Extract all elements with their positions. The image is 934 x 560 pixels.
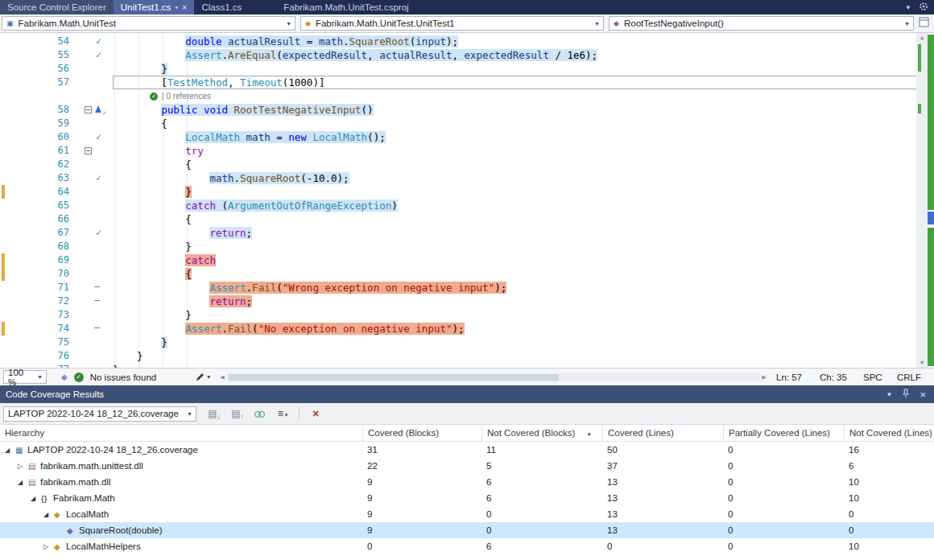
- split-editor-icon[interactable]: [919, 16, 929, 31]
- import-results-icon[interactable]: ▤↓: [205, 408, 220, 419]
- code-line[interactable]: 55✓ Assert.AreEqual(expectedResult, actu…: [0, 48, 934, 62]
- scroll-up-icon[interactable]: ▲: [916, 35, 928, 41]
- coverage-row[interactable]: ◆SquareRoot(double)901300: [0, 522, 934, 538]
- glyph-margin[interactable]: [72, 199, 113, 212]
- glyph-margin[interactable]: [72, 336, 113, 349]
- code-text[interactable]: }: [113, 336, 934, 349]
- expander-icon[interactable]: ◢: [18, 479, 28, 486]
- code-line[interactable]: 74— Assert.Fail("No exception on negativ…: [0, 322, 934, 336]
- configure-columns-icon[interactable]: ≡▾: [275, 408, 290, 419]
- code-line[interactable]: 72— return;: [0, 294, 934, 308]
- show-coloring-icon[interactable]: [252, 408, 267, 419]
- glyph-margin[interactable]: ✓: [72, 48, 113, 62]
- glyph-margin[interactable]: [72, 253, 113, 267]
- pin-icon[interactable]: [902, 389, 910, 400]
- glyph-margin[interactable]: −✓: [72, 103, 113, 117]
- glyph-margin[interactable]: —: [72, 322, 113, 336]
- coverage-row[interactable]: ◢▤fabrikam.math.dll9613010: [0, 474, 934, 490]
- code-text[interactable]: {: [113, 212, 934, 226]
- glyph-margin[interactable]: [72, 185, 113, 199]
- code-text[interactable]: Assert.Fail("Wrong exception on negative…: [113, 281, 934, 294]
- code-text[interactable]: ✓| 0 references: [113, 89, 934, 103]
- vertical-scrollbar[interactable]: ▲ ▼: [916, 33, 928, 368]
- column-header-hierarchy[interactable]: Hierarchy: [0, 425, 362, 441]
- issues-status[interactable]: No issues found: [90, 373, 156, 382]
- code-text[interactable]: }: [113, 363, 934, 368]
- horizontal-scrollbar[interactable]: ◀ ▶: [217, 373, 770, 381]
- code-line[interactable]: 73 }: [0, 308, 934, 322]
- hscroll-thumb[interactable]: [229, 374, 559, 381]
- glyph-margin[interactable]: [72, 76, 113, 89]
- code-text[interactable]: return;: [113, 294, 934, 308]
- glyph-margin[interactable]: —: [72, 294, 113, 308]
- glyph-margin[interactable]: ✓: [72, 35, 113, 48]
- column-header-covered-lines[interactable]: Covered (Lines): [602, 425, 723, 441]
- glyph-margin[interactable]: ✓: [72, 171, 113, 185]
- code-line[interactable]: 63✓ math.SquareRoot(-10.0);: [0, 171, 934, 185]
- code-line[interactable]: 76 }: [0, 349, 934, 363]
- code-text[interactable]: }: [113, 349, 934, 363]
- panel-title-bar[interactable]: Code Coverage Results ▼ ×: [0, 385, 934, 403]
- code-text[interactable]: double actualResult = math.SquareRoot(in…: [113, 35, 934, 48]
- tab-unittest1-cs[interactable]: UnitTest1.cs ● ×: [114, 0, 195, 14]
- code-line[interactable]: 75 }: [0, 336, 934, 349]
- glyph-margin[interactable]: [72, 89, 113, 103]
- code-line[interactable]: 67✓ return;: [0, 226, 934, 240]
- code-line[interactable]: 77}: [0, 363, 934, 368]
- expander-icon[interactable]: ▷: [18, 463, 28, 470]
- code-line[interactable]: 57 [TestMethod, Timeout(1000)]: [0, 76, 934, 89]
- code-text[interactable]: {: [113, 267, 934, 281]
- collapse-box-icon[interactable]: −: [85, 147, 92, 154]
- member-dropdown[interactable]: ◆ RootTestNegativeInput() ▾: [609, 16, 914, 31]
- coverage-row[interactable]: ▷◆LocalMathHelpers060010: [0, 538, 934, 554]
- glyph-margin[interactable]: ✓: [72, 226, 113, 240]
- scroll-left-icon[interactable]: ◀: [220, 374, 224, 381]
- code-line[interactable]: 64 }: [0, 185, 934, 199]
- glyph-margin[interactable]: [72, 308, 113, 322]
- code-text[interactable]: catch (ArgumentOutOfRangeException): [113, 199, 934, 212]
- code-text[interactable]: catch: [113, 253, 934, 267]
- glyph-margin[interactable]: [72, 158, 113, 171]
- zoom-dropdown[interactable]: 100 % ▾: [3, 370, 47, 384]
- glyph-margin[interactable]: [72, 117, 113, 130]
- column-header-partially-covered-lines[interactable]: Partially Covered (Lines): [723, 425, 844, 441]
- tab-csproj[interactable]: Fabrikam.Math.UnitTest.csproj: [276, 0, 415, 14]
- expander-icon[interactable]: ▷: [43, 543, 54, 550]
- code-line[interactable]: 59 {: [0, 117, 934, 130]
- close-icon[interactable]: ×: [182, 2, 187, 12]
- code-text[interactable]: Assert.AreEqual(expectedResult, actualRe…: [113, 48, 934, 62]
- code-text[interactable]: }: [113, 185, 934, 199]
- tab-overflow-icon[interactable]: ▼: [905, 4, 911, 11]
- project-dropdown[interactable]: ▣ Fabrikam.Math.UnitTest ▾: [2, 16, 295, 31]
- code-text[interactable]: }: [113, 62, 934, 76]
- column-header-not-covered-lines[interactable]: Not Covered (Lines): [844, 425, 934, 441]
- hscroll-track[interactable]: [227, 373, 760, 381]
- glyph-margin[interactable]: [72, 212, 113, 226]
- scroll-right-icon[interactable]: ▶: [762, 374, 767, 381]
- pen-icon[interactable]: ▾: [195, 373, 210, 382]
- code-line[interactable]: 71— Assert.Fail("Wrong exception on nega…: [0, 281, 934, 294]
- code-text[interactable]: {: [113, 117, 934, 130]
- glyph-margin[interactable]: [72, 349, 113, 363]
- code-line[interactable]: 60✓ LocalMath math = new LocalMath();: [0, 130, 934, 144]
- window-position-icon[interactable]: ▼: [886, 391, 892, 398]
- glyph-margin[interactable]: ✓: [72, 130, 113, 144]
- coverage-row[interactable]: ◢{}Fabrikam.Math9613010: [0, 490, 934, 506]
- scroll-down-icon[interactable]: ▼: [916, 360, 928, 366]
- collapse-box-icon[interactable]: −: [85, 106, 92, 113]
- code-text[interactable]: return;: [113, 226, 934, 240]
- code-text[interactable]: {: [113, 158, 934, 171]
- glyph-margin[interactable]: [72, 240, 113, 253]
- coverage-row[interactable]: ▷▤fabrikam.math.unittest.dll2253706: [0, 458, 934, 474]
- test-passed-icon[interactable]: ✓: [94, 105, 105, 115]
- code-text[interactable]: }: [113, 308, 934, 322]
- code-line[interactable]: 69 catch: [0, 253, 934, 267]
- tab-class1-cs[interactable]: Class1.cs: [194, 0, 249, 14]
- code-line[interactable]: 54✓ double actualResult = math.SquareRoo…: [0, 35, 934, 48]
- remove-coverage-icon[interactable]: ×: [308, 407, 323, 420]
- coverage-row[interactable]: ◢◆LocalMath901300: [0, 506, 934, 522]
- code-text[interactable]: math.SquareRoot(-10.0);: [113, 171, 934, 185]
- codelens-references[interactable]: | 0 references: [162, 89, 211, 103]
- code-line[interactable]: 66 {: [0, 212, 934, 226]
- gear-icon[interactable]: [919, 2, 928, 13]
